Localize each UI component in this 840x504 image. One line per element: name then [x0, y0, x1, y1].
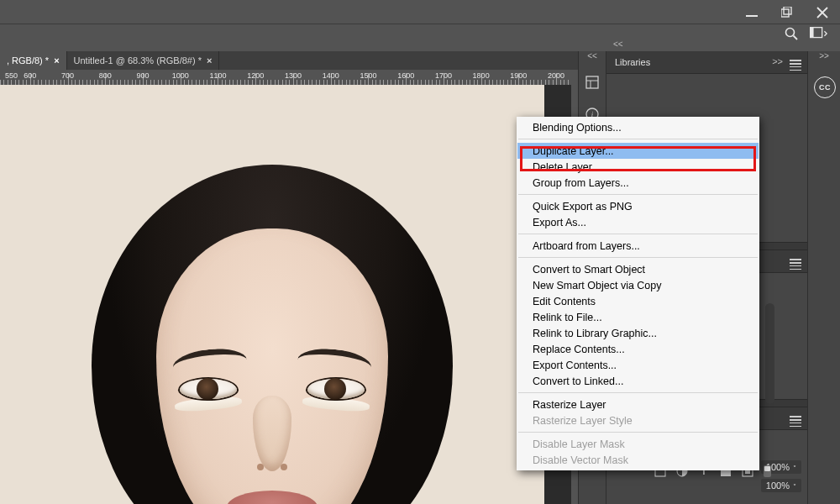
ruler-tick-label: 1700	[431, 71, 456, 80]
far-right-dock: >> CC	[807, 51, 840, 504]
context-menu-item[interactable]: Artboard from Layers...	[517, 238, 759, 254]
svg-point-3	[786, 29, 795, 37]
panel-menu-icon[interactable]	[790, 257, 801, 272]
history-panel-icon[interactable]	[579, 75, 606, 90]
context-menu-separator	[518, 139, 758, 139]
layer-fill-dropdown[interactable]: 100%˅	[761, 479, 801, 492]
ruler-tick-label: 700	[55, 71, 81, 80]
collapse-panels-icon[interactable]: <<	[613, 39, 623, 49]
restore-icon[interactable]	[781, 7, 793, 18]
context-menu-item[interactable]: Replace Contents...	[517, 341, 759, 357]
panel-menu-icon[interactable]	[790, 58, 801, 73]
panel-expand-icon[interactable]: >>	[772, 56, 783, 66]
doc-tab-1[interactable]: , RGB/8) * ×	[0, 51, 67, 70]
doc-tab-label: Untitled-1 @ 68.3% (RGB/8#) *	[74, 55, 202, 66]
context-menu-item[interactable]: Relink to File...	[517, 309, 759, 325]
context-menu-item[interactable]: Delete Layer	[517, 159, 759, 175]
ruler-tick-label: 900	[130, 71, 155, 80]
context-menu-separator	[518, 392, 758, 393]
ruler-tick-label: 1800	[469, 71, 494, 80]
workspace-switcher-icon[interactable]	[810, 27, 828, 43]
svg-rect-1	[781, 9, 789, 17]
ruler-tick-label: 1000	[168, 71, 193, 80]
window-controls	[746, 0, 828, 25]
filter-toggle-switch[interactable]	[764, 465, 771, 477]
context-menu-item[interactable]: Blending Options...	[517, 119, 759, 135]
context-menu-item: Rasterize Layer Style	[517, 412, 759, 428]
minimize-icon[interactable]	[746, 7, 758, 18]
layer-context-menu: Blending Options...Duplicate Layer...Del…	[517, 117, 759, 470]
context-menu-item[interactable]: Convert to Smart Object	[517, 261, 759, 277]
close-icon[interactable]: ×	[54, 55, 59, 66]
context-menu-separator	[518, 234, 758, 234]
ruler-tick-label: 1900	[506, 71, 531, 80]
close-icon[interactable]: ×	[207, 55, 212, 66]
svg-rect-2	[784, 7, 791, 14]
context-menu-item[interactable]: Relink to Library Graphic...	[517, 325, 759, 341]
context-menu-item[interactable]: New Smart Object via Copy	[517, 277, 759, 293]
svg-rect-7	[586, 76, 598, 88]
context-menu-item[interactable]: Edit Contents	[517, 293, 759, 309]
context-menu-separator	[518, 432, 758, 433]
context-menu-item: Disable Layer Mask	[517, 436, 759, 452]
document-canvas[interactable]	[0, 85, 544, 504]
panel-scrollbar[interactable]	[765, 303, 774, 404]
doc-tab-2[interactable]: Untitled-1 @ 68.3% (RGB/8#) * ×	[67, 51, 220, 70]
options-bar	[0, 24, 840, 54]
context-menu-item[interactable]: Export As...	[517, 214, 759, 230]
ruler-tick-label: 1200	[243, 71, 268, 80]
expand-dock-icon[interactable]: >>	[808, 51, 840, 60]
ruler-tick-label: 1300	[281, 71, 306, 80]
context-menu-item[interactable]: Rasterize Layer	[517, 396, 759, 412]
ruler-tick-label: 1500	[355, 71, 381, 80]
context-menu-item[interactable]: Group from Layers...	[517, 175, 759, 191]
close-icon[interactable]	[816, 7, 828, 18]
context-menu-separator	[518, 194, 758, 195]
panel-menu-icon[interactable]	[790, 414, 801, 429]
ruler-tick-label: 2000	[543, 71, 569, 80]
svg-line-4	[794, 36, 798, 40]
doc-tab-label: , RGB/8) *	[7, 55, 49, 66]
expand-panels-icon[interactable]: <<	[579, 51, 606, 60]
context-menu-item[interactable]: Convert to Linked...	[517, 373, 759, 389]
ruler-tick-label: 800	[92, 71, 118, 80]
svg-rect-6	[810, 28, 814, 38]
context-menu-separator	[518, 257, 758, 258]
context-menu-item: Disable Vector Mask	[517, 452, 759, 468]
svg-rect-0	[746, 15, 758, 17]
libraries-tab[interactable]: Libraries	[615, 57, 650, 67]
context-menu-item[interactable]: Duplicate Layer...	[517, 143, 759, 159]
context-menu-item[interactable]: Export Contents...	[517, 357, 759, 373]
ruler-tick-label: 1400	[318, 71, 344, 80]
creative-cloud-icon[interactable]: CC	[814, 76, 836, 98]
search-icon[interactable]	[785, 27, 798, 43]
menu-bar	[0, 0, 840, 24]
ruler-tick-label: 1100	[205, 71, 230, 80]
libraries-panel-header: << Libraries >>	[606, 51, 808, 74]
context-menu-item[interactable]: Quick Export as PNG	[517, 198, 759, 214]
ruler-tick-label: 600	[18, 71, 43, 80]
horizontal-ruler[interactable]: 5506007008009001000110012001300140015001…	[0, 70, 571, 85]
ruler-tick-label: 1600	[393, 71, 418, 80]
